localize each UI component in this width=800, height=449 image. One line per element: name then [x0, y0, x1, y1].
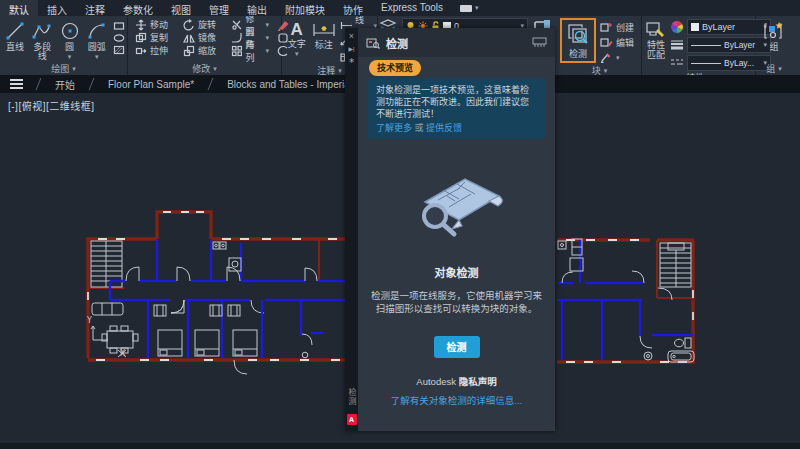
rectangle-button[interactable] [113, 21, 125, 31]
tab-annotate[interactable]: 注释 [76, 0, 114, 16]
palette-content: 技术预览 对象检测是一项技术预览，这意味着检测功能正在不断改进。因此我们建议您不… [358, 57, 555, 431]
attribute-pencil-icon [600, 52, 613, 63]
palette-body: 检测 技术预览 对象检测是一项技术预览，这意味着检测功能正在不断改进。因此我们建… [358, 28, 555, 431]
detect-button[interactable]: 检测 [560, 18, 596, 63]
copy-icon [135, 32, 147, 44]
create-block-icon [600, 22, 613, 33]
palette-dock-icon[interactable] [532, 37, 547, 48]
tab-output[interactable]: 输出 [238, 0, 276, 16]
palette-detect-button[interactable]: 检测 [434, 336, 480, 358]
tech-preview-badge: 技术预览 [369, 60, 421, 76]
mirror-button[interactable]: 镜像 [183, 31, 223, 44]
block-attributes-button[interactable]: ▾ [600, 51, 634, 64]
svg-text:Y: Y [86, 316, 92, 325]
palette-autohide-icon[interactable]: ▶| [348, 45, 354, 52]
palette-close-icon[interactable]: × [349, 31, 354, 41]
tab-parametric[interactable]: 参数化 [114, 0, 162, 16]
polyline-icon [31, 20, 53, 42]
panel-draw: 直线 多段线 圆 ▾ [0, 16, 128, 75]
edit-block-icon [600, 37, 613, 48]
fillet-icon [231, 32, 242, 44]
move-button[interactable]: 移动 [135, 18, 175, 31]
ribbon-toggle-icon [460, 5, 472, 12]
trim-icon [231, 19, 242, 31]
stairs-right [660, 243, 691, 287]
autocad-window: 默认 插入 注释 参数化 视图 管理 输出 附加模块 协作 Express To… [0, 0, 800, 449]
status-bar [0, 443, 800, 449]
copy-button[interactable]: 复制 [135, 31, 175, 44]
panel-properties: 特性 匹配 ByLayer ▾ [642, 16, 756, 75]
feedback-link[interactable]: 提供反馈 [426, 123, 462, 133]
circle-button[interactable]: 圆 ▾ [57, 18, 83, 61]
dimension-button[interactable]: 标注 [311, 18, 336, 50]
rotate-icon [183, 19, 195, 31]
palette-description: 检测是一项在线服务，它使用机器学习来扫描图形以查找可以转换为块的对象。 [371, 289, 543, 315]
arc-icon [86, 20, 108, 42]
panel-label-draw[interactable]: 绘图▾ [0, 62, 127, 75]
ribbon-tab-bar: 默认 插入 注释 参数化 视图 管理 输出 附加模块 协作 Express To… [0, 0, 800, 16]
hatch-button[interactable] [113, 45, 125, 55]
ellipse-button[interactable] [113, 33, 125, 43]
create-block-button[interactable]: 创建 [600, 21, 634, 34]
panel-label-modify[interactable]: 修改▾ [128, 62, 281, 75]
dimension-icon [312, 20, 336, 40]
match-properties-icon [645, 20, 667, 40]
sofa [92, 303, 123, 315]
arc-dropdown[interactable]: ▾ [95, 53, 99, 61]
privacy-statement[interactable]: Autodesk 隐私声明 [416, 374, 496, 388]
tab-insert[interactable]: 插入 [38, 0, 76, 16]
right-building [557, 239, 695, 363]
arc-button[interactable]: 圆弧 ▾ [84, 18, 110, 61]
tab-view[interactable]: 视图 [162, 0, 200, 16]
tab-home[interactable]: 默认 [0, 0, 38, 16]
svg-text:X: X [120, 349, 126, 358]
learn-more-link[interactable]: 了解更多 [376, 123, 412, 133]
file-tab-floor-plan[interactable]: Floor Plan Sample* [94, 75, 208, 93]
detect-palette-icon [366, 37, 380, 49]
stretch-button[interactable]: 拉伸 [135, 44, 175, 57]
palette-title-strip: × ▶| ∗ 检测 A [345, 28, 358, 431]
text-button[interactable]: A 文字 ▾ [286, 18, 307, 58]
lineweight-icon[interactable] [670, 39, 684, 51]
array-button[interactable]: 阵列▾ [231, 44, 269, 57]
floor-drain [302, 352, 308, 358]
chairs [154, 305, 240, 316]
linetype-icon[interactable] [670, 57, 684, 69]
palette-side-tab[interactable]: 检测 [346, 388, 357, 406]
palette-settings-icon[interactable]: ∗ [348, 56, 355, 65]
tab-addins[interactable]: 附加模块 [276, 0, 334, 16]
rotate-button[interactable]: 旋转 [183, 18, 223, 31]
ribbon-display-toggle[interactable]: ▾ [452, 0, 487, 16]
group-button[interactable]: 组 [759, 18, 789, 52]
move-icon [135, 19, 147, 31]
details-link-row: 了解有关对象检测的详细信息... [391, 393, 522, 407]
line-icon [4, 20, 26, 42]
beds [158, 330, 257, 356]
panel-label-group[interactable]: 组▾ [756, 62, 792, 75]
tab-collaborate[interactable]: 协作 [334, 0, 372, 16]
viewport-controls[interactable]: [-][俯视][二维线框] [8, 98, 95, 113]
ucs-icon: Y X [86, 316, 126, 358]
left-building: Y X [86, 212, 345, 374]
palette-heading: 对象检测 [435, 264, 479, 280]
app-menu-button[interactable] [0, 75, 36, 93]
tab-start[interactable]: 开始 [41, 75, 89, 93]
group-icon [762, 20, 786, 42]
edit-block-button[interactable]: 编辑 [600, 36, 634, 49]
scale-button[interactable]: 缩放 [183, 44, 223, 57]
tab-manage[interactable]: 管理 [200, 0, 238, 16]
text-icon: A [291, 20, 303, 39]
mirror-icon [183, 32, 195, 44]
tab-express-tools[interactable]: Express Tools [372, 0, 452, 16]
match-properties-button[interactable]: 特性 匹配 [645, 18, 667, 60]
stretch-icon [135, 45, 147, 57]
details-link[interactable]: 了解有关对象检测的详细信息... [391, 395, 522, 406]
panel-block: 检测 创建 编辑 ▾ [558, 16, 642, 75]
detection-illustration [405, 166, 509, 240]
array-icon [231, 45, 242, 57]
palette-header: 检测 [358, 28, 555, 57]
polyline-button[interactable]: 多段线 [29, 18, 55, 61]
line-button[interactable]: 直线 [2, 18, 28, 52]
circle-dropdown[interactable]: ▾ [68, 53, 72, 61]
color-wheel-icon[interactable] [670, 20, 684, 34]
